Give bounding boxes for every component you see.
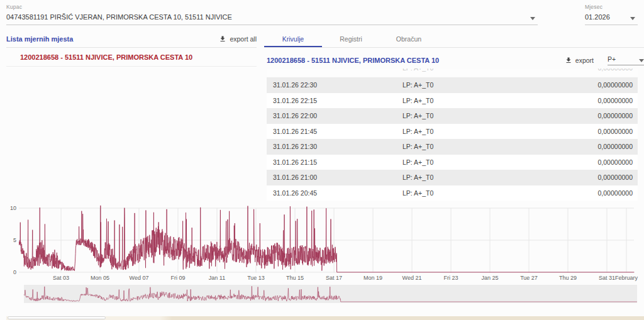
app-window: Kupac 04743581191 PIRŠIĆ VJERAN, PRIMORS… [0, 0, 644, 320]
y-tick-label: 10 [10, 205, 16, 211]
chart-svg[interactable]: 0510Sat 03Mon 05Wed 07Fri 09Jan 11Tue 13… [0, 205, 644, 309]
tab-obra-un[interactable]: Obračun [380, 35, 438, 47]
x-tick-label: Wed 21 [402, 275, 422, 281]
register-select-value: P+ [608, 55, 616, 63]
table-row: 31.01.26 21:30LP: A+_T00,00000000 [267, 139, 638, 155]
cell-value: 0,00000000 [538, 112, 633, 119]
chevron-down-icon[interactable] [639, 59, 644, 62]
cell-value: 0,00000000 [538, 174, 633, 181]
load-profile-chart: 0510Sat 03Mon 05Wed 07Fri 09Jan 11Tue 13… [0, 205, 644, 309]
x-tick-label: Tue 27 [520, 275, 538, 281]
x-tick-label: Fri 09 [170, 275, 185, 281]
scrollbar-thumb[interactable] [8, 316, 106, 319]
table-row: 31.01.26 21:15LP: A+_T00,00000000 [267, 155, 638, 170]
cell-timestamp: 31.01.26 22:00 [273, 112, 402, 119]
x-tick-label: Mon 05 [91, 275, 109, 281]
x-tick-label: Jan 11 [209, 275, 225, 281]
cell-register: LP: A+_T0 [402, 189, 538, 197]
cell-timestamp: 31.01.26 22:15 [273, 97, 402, 104]
cell-timestamp: 31.01.26 21:45 [273, 128, 402, 135]
download-icon [565, 57, 572, 64]
export-all-button[interactable]: export all [219, 35, 257, 43]
cell-value: 0,00000000 [538, 81, 633, 89]
cell-timestamp: 31.01.26 21:15 [273, 158, 402, 166]
chevron-down-icon[interactable] [630, 17, 635, 20]
table-row: 31.01.26 21:45LP: A+_T00,00000000 [267, 124, 638, 140]
month-select[interactable]: Mjesec 01.2026 [585, 4, 638, 25]
x-tick-label: February [615, 275, 638, 281]
x-tick-label: Tue 13 [247, 275, 265, 281]
cell-register: LP: A+_T0 [402, 97, 538, 104]
register-select[interactable]: P+ [608, 55, 644, 65]
table-row: 31.01.26 20:45LP: A+_T00,00000000 [267, 185, 638, 201]
detail-title: 1200218658 - 51511 NJIVICE, PRIMORSKA CE… [264, 57, 439, 64]
cell-value: 0,00000000 [538, 189, 633, 197]
chevron-down-icon[interactable] [530, 17, 535, 20]
measuring-point-item[interactable]: 1200218658 - 51511 NJIVICE, PRIMORSKA CE… [6, 48, 257, 67]
panel-title: Lista mjernih mjesta [6, 35, 73, 43]
month-label: Mjesec [585, 4, 638, 10]
table-row: 31.01.26 21:00LP: A+_T00,00000000 [267, 170, 638, 185]
cell-value: 0,00000000 [538, 128, 633, 135]
cell-register: LP: A+_T0 [402, 143, 538, 150]
x-tick-label: Thu 29 [559, 275, 577, 281]
cell-register: LP: A+_T0 [402, 128, 538, 135]
table-row: 31.01.26 22:30LP: A+_T00,00000000 [267, 77, 638, 93]
tab-krivulje[interactable]: Krivulje [264, 35, 322, 47]
cell-value: 0,00000000 [538, 97, 633, 104]
customer-label: Kupac [6, 4, 538, 10]
customer-value: 04743581191 PIRŠIĆ VJERAN, PRIMORSKA CES… [6, 13, 538, 25]
cell-register: LP: A+_T0 [402, 158, 538, 166]
table-row: 31.01.26 22:15LP: A+_T00,00000000 [267, 93, 638, 109]
x-tick-label: Sat 31 [599, 275, 615, 281]
x-tick-label: Sat 17 [326, 275, 342, 281]
tab-registri[interactable]: Registri [322, 35, 380, 47]
export-label: export [575, 57, 594, 64]
cell-timestamp: 31.01.26 20:45 [273, 189, 402, 197]
x-tick-label: Jan 25 [481, 275, 498, 281]
x-tick-label: Fri 23 [443, 275, 458, 281]
tabs: KrivuljeRegistriObračun [264, 35, 644, 48]
table-row: 31.01.26 22:00LP: A+_T00,00000000 [267, 108, 638, 124]
x-tick-label: Thu 15 [286, 275, 304, 281]
cell-register: LP: A+_T0 [402, 174, 538, 181]
cell-timestamp: 31.01.26 21:30 [273, 143, 402, 150]
y-tick-label: 5 [13, 237, 16, 243]
cell-register: LP: A+_T0 [402, 112, 538, 119]
measuring-points-panel: Lista mjernih mjesta export all 12002186… [6, 35, 257, 67]
cell-value: 0,00000000 [538, 158, 633, 166]
y-tick-label: 0 [13, 269, 16, 275]
clipped-table-row: LP: A+_T0 0,00000000 [267, 69, 638, 76]
horizontal-scrollbar[interactable] [6, 316, 644, 320]
cell-register: LP: A+_T0 [402, 81, 538, 89]
series-line [19, 206, 634, 272]
curve-table: 31.01.26 22:30LP: A+_T00,0000000031.01.2… [267, 77, 638, 201]
x-tick-label: Sat 03 [53, 275, 69, 281]
x-tick-label: Wed 07 [130, 275, 149, 281]
customer-select[interactable]: Kupac 04743581191 PIRŠIĆ VJERAN, PRIMORS… [6, 4, 538, 25]
x-tick-label: Mon 19 [364, 275, 382, 281]
cell-value: 0,00000000 [538, 69, 633, 72]
cell-value: 0,00000000 [538, 143, 633, 150]
cell-timestamp: 31.01.26 21:00 [273, 174, 402, 181]
cell-register: LP: A+_T0 [402, 69, 538, 72]
cell-timestamp: 31.01.26 22:30 [273, 81, 402, 89]
export-button[interactable]: export [565, 57, 594, 64]
download-icon [219, 35, 226, 43]
detail-panel: KrivuljeRegistriObračun 1200218658 - 515… [264, 35, 644, 201]
export-all-label: export all [230, 35, 257, 43]
navigator-background [24, 285, 637, 303]
